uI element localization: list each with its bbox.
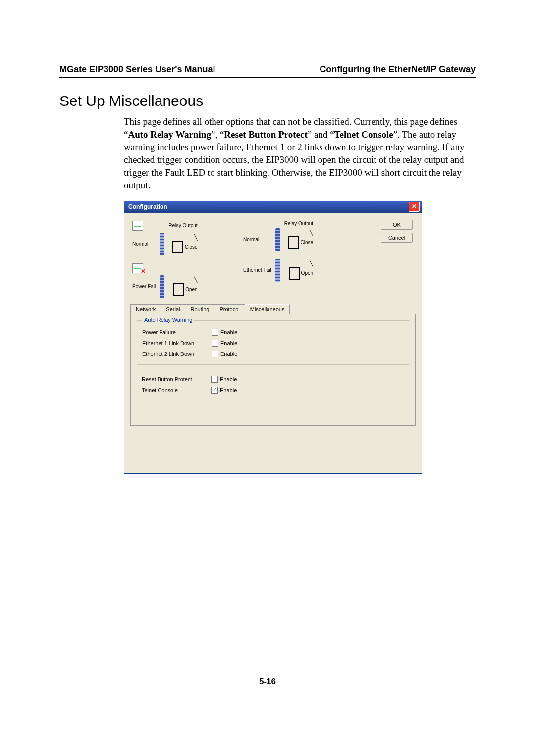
normal-label: Normal <box>130 232 158 256</box>
tab-protocol[interactable]: Protocol <box>214 304 245 314</box>
relay-diagram: Relay Output Normal ╲ Close <box>130 220 416 299</box>
header-right: Configuring the EtherNet/IP Gateway <box>320 64 476 75</box>
para-text: ”, “ <box>211 129 224 140</box>
relay-box-icon <box>288 236 299 249</box>
coil-icon <box>160 233 164 255</box>
relay-output-label: Relay Output <box>166 220 199 232</box>
tab-miscellaneous[interactable]: Miscellaneous <box>245 304 290 314</box>
reset-button-protect-checkbox[interactable] <box>211 376 218 383</box>
telnet-console-label: Telnet Console <box>142 387 211 393</box>
relay-output-label: Relay Output <box>282 220 315 227</box>
configuration-dialog: Configuration ✕ OK Cancel Relay Output <box>124 201 422 474</box>
enable-label: Enable <box>220 351 237 357</box>
ethernet-fail-label: Ethernet Fail <box>241 258 273 283</box>
intro-paragraph: This page defines all other options that… <box>59 115 476 192</box>
enable-label: Enable <box>220 376 237 382</box>
telnet-console-checkbox[interactable] <box>211 387 218 394</box>
power-failure-label: Power Failure <box>142 329 212 335</box>
close-icon[interactable]: ✕ <box>409 202 420 212</box>
open-label: Open <box>185 287 197 292</box>
eth2-linkdown-label: Ethernet 2 Link Down <box>142 351 212 357</box>
close-label: Close <box>301 240 314 245</box>
enable-label: Enable <box>220 329 237 335</box>
tab-network[interactable]: Network <box>130 304 161 314</box>
relay-box-icon <box>289 267 300 280</box>
eth1-linkdown-checkbox[interactable] <box>212 340 218 347</box>
dialog-titlebar: Configuration ✕ <box>124 201 422 213</box>
section-heading: Set Up Miscellaneous <box>59 93 476 109</box>
page-header: MGate EIP3000 Series User's Manual Confi… <box>59 64 476 78</box>
bold-reset-protect: Reset Button Protect <box>224 129 308 140</box>
cancel-button[interactable]: Cancel <box>381 233 413 243</box>
page-number: 5-16 <box>0 677 535 687</box>
tab-routing[interactable]: Routing <box>185 304 214 314</box>
coil-icon <box>160 275 164 298</box>
bold-auto-relay: Auto Relay Warning <box>128 129 211 140</box>
ok-button[interactable]: OK <box>381 220 413 230</box>
relay-box-icon <box>173 283 184 296</box>
para-text: ” and “ <box>308 129 334 140</box>
power-failure-checkbox[interactable] <box>212 329 218 336</box>
coil-icon <box>275 228 280 251</box>
coil-icon <box>275 259 280 282</box>
power-fail-label: Power Fail <box>130 274 158 299</box>
group-title: Auto Relay Warning <box>142 317 194 323</box>
tab-panel-miscellaneous: Auto Relay Warning Power Failure Enable … <box>130 314 416 426</box>
enable-label: Enable <box>220 340 237 346</box>
enable-label: Enable <box>220 387 237 393</box>
header-left: MGate EIP3000 Series User's Manual <box>59 64 215 75</box>
normal-label: Normal <box>241 227 273 252</box>
eth1-linkdown-label: Ethernet 1 Link Down <box>142 340 212 346</box>
relay-icon <box>132 221 143 231</box>
dialog-title: Configuration <box>128 203 167 210</box>
tab-serial[interactable]: Serial <box>160 304 185 314</box>
relay-box-icon <box>172 241 183 253</box>
auto-relay-warning-group: Auto Relay Warning Power Failure Enable … <box>137 320 409 365</box>
relay-off-icon <box>132 263 143 273</box>
bold-telnet-console: Telnet Console <box>334 129 393 140</box>
close-label: Close <box>185 244 198 250</box>
eth2-linkdown-checkbox[interactable] <box>212 351 218 357</box>
tab-strip: Network Serial Routing Protocol Miscella… <box>130 304 416 314</box>
open-label: Open <box>301 270 313 276</box>
reset-button-protect-label: Reset Button Protect <box>142 376 211 382</box>
